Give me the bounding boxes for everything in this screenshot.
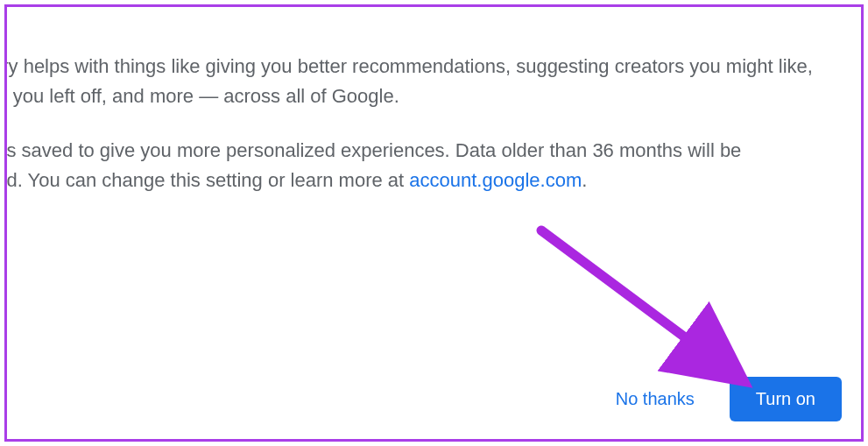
dialog-paragraph-1: Your YouTube history helps with things l… <box>4 52 852 111</box>
dialog-paragraph-2-suffix: . <box>582 169 587 191</box>
dialog-frame: Your YouTube history helps with things l… <box>4 4 864 442</box>
dialog-paragraph-2-prefix: When on, this data is saved to give you … <box>4 139 741 191</box>
dialog-body: Your YouTube history helps with things l… <box>4 52 852 195</box>
dialog-button-row: No thanks Turn on <box>609 377 842 421</box>
no-thanks-button[interactable]: No thanks <box>609 379 702 420</box>
turn-on-button[interactable]: Turn on <box>730 377 842 421</box>
dialog-paragraph-2: When on, this data is saved to give you … <box>4 136 852 195</box>
account-link[interactable]: account.google.com <box>409 169 582 191</box>
svg-line-1 <box>541 230 730 371</box>
